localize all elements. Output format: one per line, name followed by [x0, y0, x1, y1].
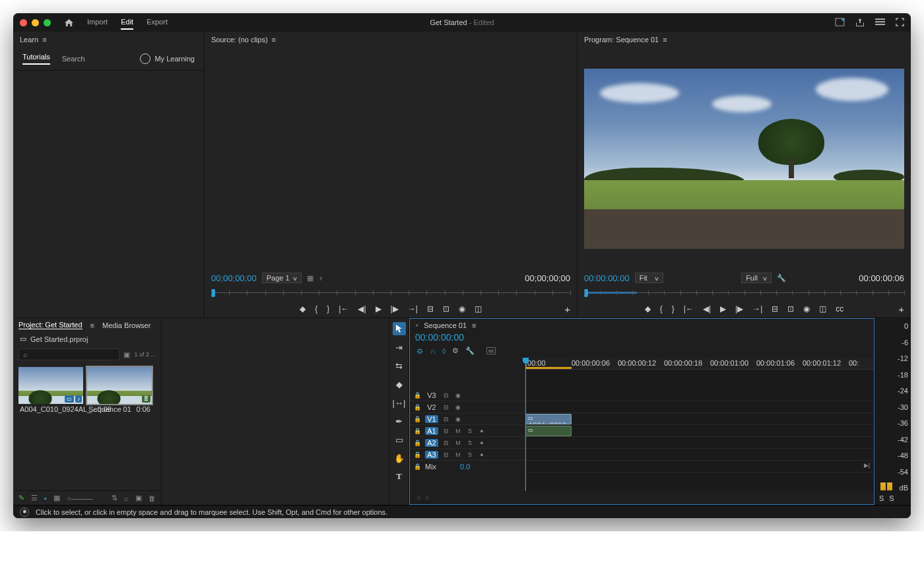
list-view-icon[interactable]: ☰	[31, 494, 38, 502]
out-point-icon[interactable]: }	[672, 304, 675, 314]
hand-tool[interactable]: ✋	[393, 451, 406, 465]
program-in-timecode[interactable]: 00:00:00:00	[584, 273, 630, 283]
track-a1[interactable]: ▭	[525, 425, 874, 437]
lock-icon[interactable]: 🔒	[414, 404, 421, 411]
razor-tool[interactable]: ◆	[393, 378, 406, 391]
panel-menu-icon[interactable]: ≡	[272, 36, 279, 44]
mute-icon[interactable]: M	[454, 451, 462, 458]
mic-icon[interactable]: ●	[478, 451, 486, 458]
solo-right[interactable]: S	[889, 494, 894, 502]
panel-menu-icon[interactable]: ≡	[42, 36, 49, 44]
comparison-icon[interactable]: ◫	[475, 304, 482, 314]
track-header-v3[interactable]: 🔒V3⊟◉	[410, 389, 525, 401]
track-a2[interactable]	[525, 437, 874, 449]
video-clip[interactable]: ▭ A004_C010_	[525, 414, 572, 424]
track-mix[interactable]: ▶|	[525, 461, 874, 473]
bin-item[interactable]: ▭♪ A004_C010_0924AL_...0:06	[18, 367, 83, 413]
lock-icon[interactable]: 🔒	[414, 451, 421, 458]
solo-icon[interactable]: S	[466, 440, 474, 446]
sync-lock-icon[interactable]: ⊟	[442, 392, 450, 399]
timeline-timecode[interactable]: 00:00:00:00	[410, 332, 874, 344]
panel-menu-icon[interactable]: ≡	[663, 36, 669, 44]
eye-icon[interactable]: ◉	[454, 404, 462, 411]
tab-export[interactable]: Export	[147, 15, 168, 30]
go-to-end-icon[interactable]: ▶|	[864, 462, 870, 469]
linked-selection-icon[interactable]: ∩	[430, 347, 436, 355]
tab-media-browser[interactable]: Media Browser	[102, 321, 150, 329]
track-header-v1[interactable]: 🔒V1⊟◉	[410, 413, 525, 425]
wrench-icon[interactable]: 🔧	[465, 347, 475, 355]
type-tool[interactable]: T	[393, 470, 406, 483]
go-to-in-icon[interactable]: |←	[339, 304, 348, 314]
project-search-input[interactable]: ⌕	[18, 348, 119, 360]
mix-track-header[interactable]: 🔒Mix0.0	[410, 461, 525, 473]
in-point-icon[interactable]: {	[660, 304, 663, 314]
workspaces-icon[interactable]	[875, 18, 885, 27]
step-fwd-icon[interactable]: |▶	[735, 304, 743, 314]
go-to-in-icon[interactable]: |←	[684, 304, 694, 314]
insert-icon[interactable]: ⊟	[427, 304, 434, 314]
lock-icon[interactable]: 🔒	[414, 463, 421, 470]
marker-add-icon[interactable]: ◊	[442, 347, 446, 355]
mix-value[interactable]: 0.0	[460, 463, 470, 471]
slip-tool[interactable]: |↔|	[393, 396, 406, 409]
tab-tutorials[interactable]: Tutorials	[22, 53, 50, 65]
tab-project[interactable]: Project: Get Started	[18, 321, 82, 329]
source-viewer[interactable]	[205, 48, 577, 270]
panel-menu-icon[interactable]: ≡	[90, 321, 94, 329]
home-icon[interactable]	[64, 18, 74, 27]
panel-menu-icon[interactable]: ≡	[472, 321, 478, 329]
playhead[interactable]	[525, 358, 526, 491]
list-icon[interactable]: ⫞	[319, 274, 323, 282]
caption-track-icon[interactable]: cc	[486, 347, 496, 354]
mic-icon[interactable]: ●	[478, 428, 486, 434]
track-v2[interactable]	[525, 401, 874, 413]
sync-lock-icon[interactable]: ⊟	[442, 451, 450, 458]
marker-icon[interactable]: ◆	[645, 304, 651, 314]
step-back-icon[interactable]: ◀|	[703, 304, 711, 314]
tab-search[interactable]: Search	[62, 55, 85, 63]
eye-icon[interactable]: ◉	[454, 392, 462, 399]
my-learning-link[interactable]: My Learning	[154, 55, 195, 63]
share-icon[interactable]	[855, 18, 865, 27]
program-quality-select[interactable]: Full ⅴ	[741, 273, 772, 283]
sync-lock-icon[interactable]: ⊟	[442, 416, 450, 422]
source-scrubber[interactable]	[211, 287, 570, 299]
zoom-slider[interactable]: ○———	[67, 494, 93, 502]
mic-icon[interactable]: ●	[478, 440, 486, 446]
track-v3[interactable]	[525, 389, 874, 401]
play-icon[interactable]: ▶	[376, 304, 381, 314]
button-editor-icon[interactable]: +	[564, 304, 570, 315]
close-window-button[interactable]	[20, 19, 27, 26]
mute-icon[interactable]: M	[454, 428, 462, 434]
lock-icon[interactable]: 🔒	[414, 416, 421, 422]
new-item-icon[interactable]: ▣	[135, 494, 142, 502]
step-back-icon[interactable]: ◀|	[358, 304, 366, 314]
maximize-window-button[interactable]	[44, 19, 51, 26]
trash-icon[interactable]: 🗑	[148, 494, 156, 502]
tab-edit[interactable]: Edit	[121, 15, 133, 30]
solo-icon[interactable]: S	[466, 451, 474, 458]
program-scrubber[interactable]	[584, 287, 904, 299]
lift-icon[interactable]: ⊟	[772, 304, 778, 314]
learn-panel-tab[interactable]: Learn ≡	[13, 32, 204, 48]
ripple-edit-tool[interactable]: ⇆	[393, 359, 406, 372]
go-to-out-icon[interactable]: →|	[408, 304, 418, 314]
track-header-a3[interactable]: 🔒A3⊟MS●	[410, 449, 525, 461]
play-icon[interactable]: ▶	[720, 304, 726, 314]
find-icon[interactable]: ⌕	[124, 494, 129, 502]
extract-icon[interactable]: ⊡	[787, 304, 794, 314]
track-v1[interactable]: ▭ A004_C010_	[525, 413, 874, 425]
solo-icon[interactable]: S	[466, 428, 474, 434]
overwrite-icon[interactable]: ⊡	[443, 304, 449, 314]
rectangle-tool[interactable]: ▭	[393, 433, 406, 446]
source-in-timecode[interactable]: 00;00;00;00	[211, 273, 257, 283]
button-editor-icon[interactable]: +	[898, 304, 904, 315]
selection-tool[interactable]	[393, 322, 406, 335]
lock-icon[interactable]: 🔒	[414, 428, 421, 434]
sync-lock-icon[interactable]: ⊟	[442, 440, 450, 446]
comparison-icon[interactable]: ◫	[819, 304, 826, 314]
program-zoom-select[interactable]: Fit ⅴ	[635, 273, 663, 283]
track-header-a2[interactable]: 🔒A2⊟MS●	[410, 437, 525, 449]
step-fwd-icon[interactable]: |▶	[391, 304, 399, 314]
